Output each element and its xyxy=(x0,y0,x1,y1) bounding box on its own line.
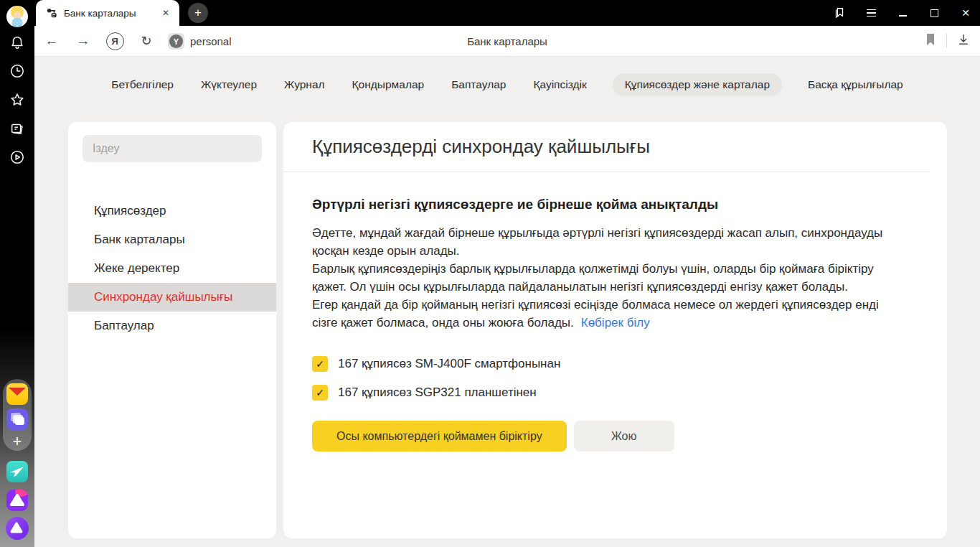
sync-conflict-panel: Құпиясөздерді синхрондау қайшылығы Әртүр… xyxy=(283,122,947,538)
vault-label-smartphone: 167 құпиясөз SM-J400F смартфонынан xyxy=(338,357,560,371)
sidebar-item-bank-cards[interactable]: Банк карталары xyxy=(68,225,276,254)
search-box xyxy=(83,135,262,162)
browser-tab[interactable]: Банк карталары ✕ xyxy=(36,0,179,26)
profile-avatar[interactable] xyxy=(6,6,28,27)
tab-bookmarks[interactable]: Бетбелгілер xyxy=(110,73,175,96)
description-paragraph-1: Әдетте, мұндай жағдай бірнеше құрылғыда … xyxy=(312,226,882,258)
profile-badge-icon: Y xyxy=(168,33,184,50)
browser-sidebar: + xyxy=(0,0,34,547)
browser-toolbar: ← → Я ↻ Y personal Банк карталары xyxy=(34,26,980,57)
page-title: Құпиясөздерді синхрондау қайшылығы xyxy=(312,136,650,158)
video-play-icon[interactable] xyxy=(9,149,25,165)
tab-other-devices[interactable]: Басқа құрылғылар xyxy=(806,73,905,96)
tab-close-icon[interactable]: ✕ xyxy=(159,6,172,19)
tab-bar: Банк карталары ✕ + ✕ xyxy=(34,0,980,26)
refresh-icon[interactable]: ↻ xyxy=(136,26,156,56)
browser-window: + Банк карталары ✕ + xyxy=(0,0,980,547)
passwords-key-favicon-icon xyxy=(46,7,57,19)
description-paragraph-2: Барлық құпиясөздеріңіз барлық құрылғылар… xyxy=(312,262,874,294)
sidebar-item-settings[interactable]: Баптаулар xyxy=(68,312,276,340)
tab-history[interactable]: Журнал xyxy=(283,73,326,96)
bookmarks-star-icon[interactable] xyxy=(9,92,25,108)
collections-icon[interactable] xyxy=(9,121,25,136)
new-tab-button[interactable]: + xyxy=(188,3,208,23)
tab-security[interactable]: Қауіпсіздік xyxy=(532,73,588,96)
panel-header: Құпиясөздерді синхрондау қайшылығы xyxy=(283,122,930,172)
menu-icon[interactable] xyxy=(864,6,878,20)
sidebar-nav-list: Құпиясөздер Банк карталары Жеке деректер… xyxy=(68,197,276,340)
settings-nav-tabs: Бетбелгілер Жүктеулер Журнал Қондырмалар… xyxy=(34,57,980,113)
sidebar-item-passwords[interactable]: Құпиясөздер xyxy=(68,197,276,225)
bookmark-icon[interactable] xyxy=(925,33,936,49)
history-clock-icon[interactable] xyxy=(9,63,25,79)
checkbox-tablet[interactable]: ✓ xyxy=(312,385,328,401)
window-close-icon[interactable]: ✕ xyxy=(958,6,973,20)
sidebar-item-personal-data[interactable]: Жеке деректер xyxy=(68,254,276,283)
search-input[interactable] xyxy=(83,135,262,162)
alice-assistant-icon[interactable] xyxy=(6,517,29,540)
tab-downloads[interactable]: Жүктеулер xyxy=(199,73,258,96)
notifications-bell-icon[interactable] xyxy=(9,34,25,50)
apps-stack-layer xyxy=(15,417,24,425)
checkbox-smartphone[interactable]: ✓ xyxy=(312,356,328,372)
merge-button[interactable]: Осы компьютердегі қоймамен біріктіру xyxy=(312,421,567,452)
vault-row-smartphone: ✓ 167 құпиясөз SM-J400F смартфонынан xyxy=(312,356,897,372)
profile-chip[interactable]: Y personal xyxy=(165,31,239,52)
learn-more-link[interactable]: Көбірек білу xyxy=(581,316,650,329)
vault-label-tablet: 167 құпиясөз SGP321 планшетінен xyxy=(338,385,537,400)
yandex-home-icon[interactable]: Я xyxy=(105,26,125,56)
add-app-plus-icon[interactable]: + xyxy=(6,431,28,452)
forward-icon[interactable]: → xyxy=(73,26,93,56)
conflict-description: Әдетте, мұндай жағдай бірнеше құрылғыда … xyxy=(312,224,897,332)
maximize-icon[interactable] xyxy=(927,6,941,20)
yandex-mail-icon[interactable] xyxy=(6,383,28,405)
alice-app-icon[interactable] xyxy=(6,490,28,511)
downloads-icon[interactable] xyxy=(957,33,970,49)
minimize-icon[interactable] xyxy=(895,6,910,20)
conflict-heading: Әртүрлі негізгі құпиясөздерге ие бірнеше… xyxy=(312,197,897,212)
sidebar-item-sync-conflict[interactable]: Синхрондау қайшылығы xyxy=(68,283,276,312)
panel-body: Әртүрлі негізгі құпиясөздерге ие бірнеше… xyxy=(283,172,947,452)
action-buttons: Осы компьютердегі қоймамен біріктіру Жою xyxy=(312,421,897,452)
vault-row-tablet: ✓ 167 құпиясөз SGP321 планшетінен xyxy=(312,385,897,401)
apps-stack-icon[interactable] xyxy=(6,408,28,430)
delete-button[interactable]: Жою xyxy=(574,421,674,452)
tab-passwords-and-cards[interactable]: Құпиясөздер және карталар xyxy=(613,73,782,96)
passwords-sidebar-panel: Құпиясөздер Банк карталары Жеке деректер… xyxy=(68,122,276,538)
profile-name: personal xyxy=(190,35,232,47)
back-icon[interactable]: ← xyxy=(42,26,62,56)
side-panel-icon[interactable] xyxy=(832,6,847,20)
scrollbar-track[interactable] xyxy=(930,122,947,538)
tab-title: Банк карталары xyxy=(64,8,159,19)
toolbar-separator xyxy=(946,34,947,48)
tab-addons[interactable]: Қондырмалар xyxy=(351,73,426,96)
vault-checkbox-list: ✓ 167 құпиясөз SM-J400F смартфонынан ✓ 1… xyxy=(312,356,897,401)
messenger-paper-plane-icon[interactable] xyxy=(6,461,28,482)
tab-settings[interactable]: Баптаулар xyxy=(450,73,507,96)
